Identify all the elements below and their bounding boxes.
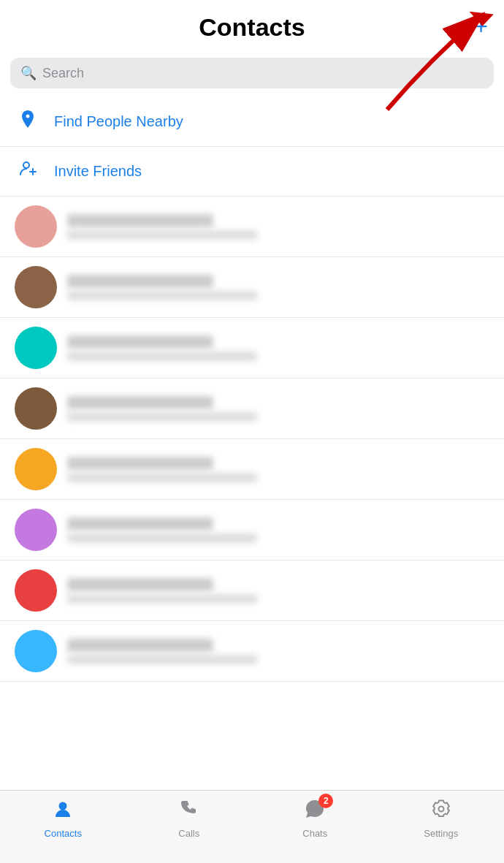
contact-name (67, 578, 213, 591)
tab-bar: Contacts Calls 2 Chats Settings (0, 790, 504, 863)
contact-info (67, 214, 489, 240)
contact-sub (67, 655, 257, 664)
contacts-list (0, 197, 504, 811)
avatar (15, 448, 57, 490)
contact-item[interactable] (0, 318, 504, 379)
contact-item[interactable] (0, 560, 504, 621)
contact-name (67, 335, 213, 349)
header: Contacts + (0, 0, 504, 52)
add-contact-button[interactable]: + (474, 13, 488, 40)
contact-name (67, 639, 213, 652)
contacts-tab-label: Contacts (45, 828, 82, 839)
contact-item[interactable] (0, 621, 504, 682)
search-placeholder-text: Search (42, 66, 84, 81)
avatar (15, 266, 57, 308)
search-icon: 🔍 (20, 65, 37, 81)
contact-sub (67, 533, 257, 543)
contact-sub (67, 291, 257, 300)
avatar (15, 509, 57, 551)
find-people-nearby-label: Find People Nearby (54, 113, 183, 130)
contact-info (67, 639, 489, 664)
chats-tab-label: Chats (302, 828, 327, 839)
contact-info (67, 517, 489, 543)
chats-tab-icon: 2 (304, 798, 326, 825)
invite-friends-icon (15, 159, 41, 184)
page-title: Contacts (199, 13, 305, 42)
avatar (15, 327, 57, 369)
contact-item[interactable] (0, 197, 504, 257)
contact-info (67, 396, 489, 422)
contact-info (67, 275, 489, 300)
contact-sub (67, 351, 257, 361)
find-people-nearby-item[interactable]: Find People Nearby (0, 97, 504, 147)
tab-calls[interactable]: Calls (138, 798, 240, 839)
contact-info (67, 578, 489, 604)
invite-friends-label: Invite Friends (54, 163, 142, 180)
avatar (15, 569, 57, 612)
contact-info (67, 457, 489, 482)
tab-contacts[interactable]: Contacts (12, 798, 114, 839)
contact-name (67, 214, 213, 227)
search-input[interactable]: 🔍 Search (10, 58, 494, 88)
contact-sub (67, 412, 257, 422)
contact-item[interactable] (0, 439, 504, 500)
calls-tab-label: Calls (178, 828, 199, 839)
chats-badge: 2 (318, 794, 333, 808)
contact-sub (67, 594, 257, 604)
contact-sub (67, 230, 257, 240)
search-bar-container: 🔍 Search (0, 52, 504, 97)
calls-tab-icon (178, 798, 200, 825)
contact-name (67, 396, 213, 409)
contact-name (67, 457, 213, 470)
contact-name (67, 275, 213, 288)
contact-item[interactable] (0, 257, 504, 318)
contacts-tab-icon (52, 798, 74, 825)
contact-item[interactable] (0, 379, 504, 439)
settings-tab-icon (430, 798, 452, 825)
invite-friends-item[interactable]: Invite Friends (0, 147, 504, 197)
contact-info (67, 335, 489, 361)
contact-sub (67, 473, 257, 482)
location-icon (15, 109, 41, 134)
avatar (15, 205, 57, 248)
avatar (15, 630, 57, 672)
contact-name (67, 517, 213, 531)
svg-point-2 (23, 162, 29, 168)
contact-item[interactable] (0, 500, 504, 560)
svg-point-6 (438, 807, 443, 812)
tab-chats[interactable]: 2 Chats (264, 798, 366, 839)
avatar (15, 387, 57, 430)
settings-tab-label: Settings (424, 828, 458, 839)
tab-settings[interactable]: Settings (390, 798, 492, 839)
svg-point-5 (59, 802, 67, 810)
